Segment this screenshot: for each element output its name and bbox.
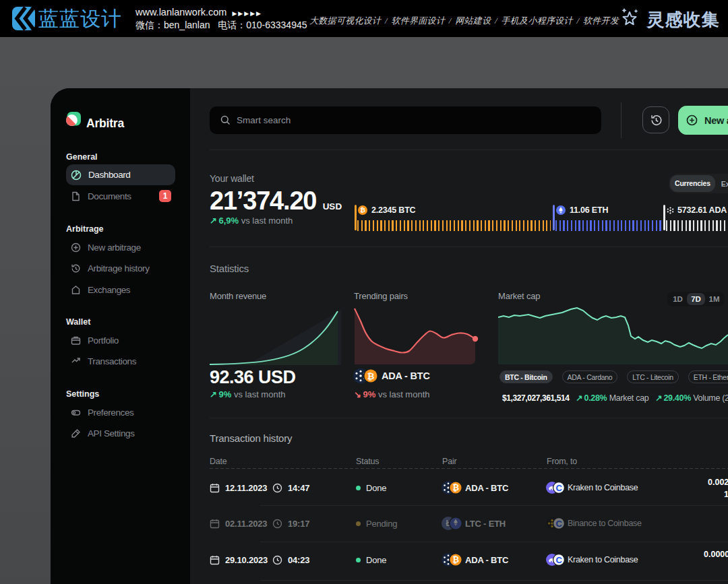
svg-text:₿: ₿ <box>367 371 375 381</box>
svg-text:C: C <box>555 519 562 529</box>
svg-text:₿: ₿ <box>360 206 365 214</box>
svg-text:₿: ₿ <box>452 483 459 492</box>
svg-text:C: C <box>555 555 562 565</box>
svg-text:C: C <box>555 483 562 493</box>
svg-text:₿: ₿ <box>452 555 459 564</box>
